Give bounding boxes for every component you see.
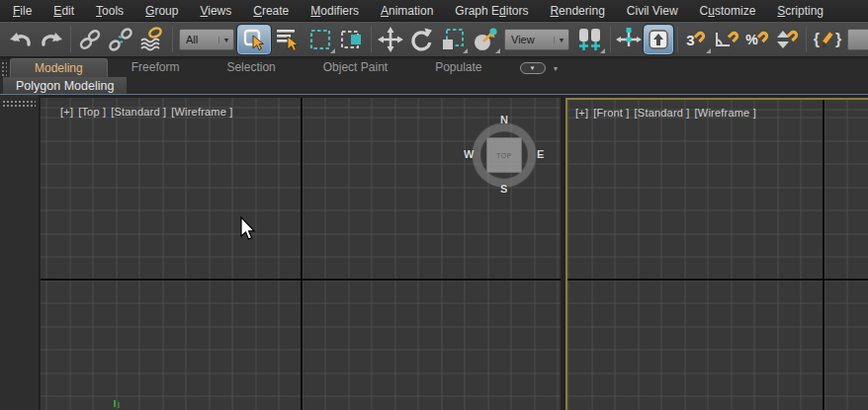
- menu-graph-editors[interactable]: Graph Editors: [444, 1, 539, 21]
- keyboard-shortcut-override-toggle[interactable]: [644, 25, 673, 54]
- menu-customize[interactable]: Customize: [689, 1, 767, 21]
- keyboard-override-icon: [648, 29, 669, 50]
- reference-coordinate-system-dropdown[interactable]: View ▼: [504, 29, 569, 50]
- magnet-icon: [786, 28, 801, 42]
- ribbon-tab-modeling[interactable]: Modeling: [10, 58, 108, 77]
- menu-rendering[interactable]: Rendering: [539, 1, 615, 21]
- menu-modifiers[interactable]: Modifiers: [300, 1, 370, 21]
- ribbon-tab-selection[interactable]: Selection: [203, 58, 299, 77]
- close-brace-glyph: }: [835, 31, 841, 48]
- viewport-menu-general[interactable]: [+]: [575, 107, 588, 119]
- menu-civil-view[interactable]: Civil View: [616, 1, 689, 21]
- window-crossing-toggle-button[interactable]: [337, 25, 367, 54]
- window-crossing-icon: [340, 28, 364, 51]
- select-object-button[interactable]: [237, 25, 271, 54]
- toolbar-separator: [677, 27, 678, 52]
- menu-animation[interactable]: Animation: [370, 1, 444, 21]
- compass-east[interactable]: E: [537, 148, 544, 160]
- compass-north[interactable]: N: [500, 114, 508, 125]
- viewport-top-label: [+][Top ][Standard ][Wireframe ]: [60, 106, 233, 118]
- select-by-name-button[interactable]: [272, 25, 304, 54]
- undo-icon: [8, 28, 34, 51]
- viewport-menu-pov[interactable]: [Front ]: [593, 107, 629, 119]
- ribbon-tab-object-paint[interactable]: Object Paint: [300, 58, 411, 77]
- bind-to-space-warp-button[interactable]: [136, 25, 168, 54]
- select-by-name-icon: [275, 28, 301, 51]
- viewcube-top-face[interactable]: TOP: [486, 137, 522, 173]
- compass-south[interactable]: S: [500, 183, 507, 195]
- world-axis-x: [41, 279, 561, 281]
- flyout-corner-icon: [706, 48, 711, 53]
- magnet-icon: [756, 29, 771, 43]
- menu-views[interactable]: Views: [189, 1, 242, 21]
- magnet-icon: [693, 29, 708, 43]
- spinner-snap-toggle-button[interactable]: [774, 25, 802, 54]
- viewcube[interactable]: TOP N E S W: [465, 114, 544, 195]
- select-object-icon: [242, 28, 266, 51]
- select-and-rotate-button[interactable]: [406, 25, 436, 54]
- world-axis-x: [567, 279, 868, 281]
- space-warp-icon: [138, 27, 166, 52]
- redo-button[interactable]: [37, 25, 66, 54]
- redo-icon: [39, 28, 64, 51]
- ribbon-tab-freeform[interactable]: Freeform: [108, 58, 204, 77]
- angle-snap-toggle-button[interactable]: [713, 25, 742, 54]
- dock-drag-handle[interactable]: [2, 100, 36, 108]
- selection-filter-value: All: [180, 34, 218, 45]
- scale-icon: [441, 28, 465, 51]
- snap-toggle-3d-button[interactable]: 3: [682, 25, 712, 54]
- menu-tools[interactable]: Tools: [85, 1, 134, 21]
- pencil-icon: [820, 31, 835, 48]
- edit-named-selection-sets-button[interactable]: { }: [811, 25, 844, 54]
- rectangular-selection-region-button[interactable]: [304, 25, 336, 54]
- select-and-move-button[interactable]: [376, 25, 405, 54]
- toolbar-separator: [70, 27, 71, 52]
- chevron-down-icon: ▼: [553, 65, 560, 72]
- broken-link-icon: [108, 27, 133, 52]
- menu-file[interactable]: File: [2, 1, 43, 21]
- compass-west[interactable]: W: [464, 148, 474, 160]
- unlink-selection-button[interactable]: [106, 25, 135, 54]
- scene-object-green[interactable]: [112, 400, 122, 410]
- flyout-corner-icon: [600, 48, 605, 53]
- viewport-front[interactable]: [+][Front ][Standard ][Wireframe ]: [565, 98, 868, 410]
- ribbon-panel-row: Polygon Modeling: [0, 77, 868, 94]
- link-icon: [77, 27, 103, 52]
- world-axis-z: [823, 100, 825, 410]
- menu-create[interactable]: Create: [242, 1, 300, 21]
- viewport-menu-renderer[interactable]: [Standard ]: [635, 107, 690, 119]
- manipulate-icon: [616, 27, 642, 52]
- 3dsmax-window: FileEditToolsGroupViewsCreateModifiersAn…: [0, 0, 868, 410]
- flyout-corner-icon: [495, 48, 500, 53]
- menu-edit[interactable]: Edit: [43, 1, 85, 21]
- flyout-corner-icon: [463, 48, 468, 53]
- polygon-modeling-panel-tab[interactable]: Polygon Modeling: [3, 77, 127, 94]
- ribbon-tab-populate[interactable]: Populate: [411, 58, 505, 77]
- viewport-top[interactable]: [+][Top ][Standard ][Wireframe ] TOP N E…: [41, 98, 561, 410]
- viewport-menu-shading[interactable]: [Wireframe ]: [171, 106, 232, 118]
- viewport-menu-general[interactable]: [+]: [60, 106, 73, 118]
- select-and-place-button[interactable]: [470, 25, 501, 54]
- toolbar-separator: [371, 27, 372, 52]
- menu-scripting[interactable]: Scripting: [766, 1, 834, 21]
- selection-filter-dropdown[interactable]: All ▼: [179, 29, 234, 50]
- use-pivot-point-center-button[interactable]: [572, 25, 606, 54]
- ribbon-minimize-control[interactable]: ▼ ▼: [520, 62, 560, 74]
- viewport-menu-pov[interactable]: [Top ]: [78, 106, 106, 118]
- menu-bar: FileEditToolsGroupViewsCreateModifiersAn…: [0, 0, 868, 22]
- viewport-menu-renderer[interactable]: [Standard ]: [111, 106, 166, 118]
- viewport-menu-shading[interactable]: [Wireframe ]: [695, 107, 756, 119]
- left-dock-panel: [0, 95, 40, 410]
- toolbar-separator: [172, 27, 173, 52]
- move-icon: [378, 27, 403, 52]
- named-selection-sets-dropdown[interactable]: [847, 29, 868, 50]
- select-and-link-button[interactable]: [75, 25, 105, 54]
- undo-button[interactable]: [6, 25, 36, 54]
- select-and-scale-button[interactable]: [437, 25, 469, 54]
- percent-snap-toggle-button[interactable]: %: [743, 25, 773, 54]
- menu-group[interactable]: Group: [134, 1, 189, 21]
- main-toolbar: All ▼: [0, 22, 868, 57]
- select-and-manipulate-button[interactable]: [615, 25, 643, 54]
- pivot-center-icon: [575, 27, 603, 52]
- toolbar-separator: [610, 27, 611, 52]
